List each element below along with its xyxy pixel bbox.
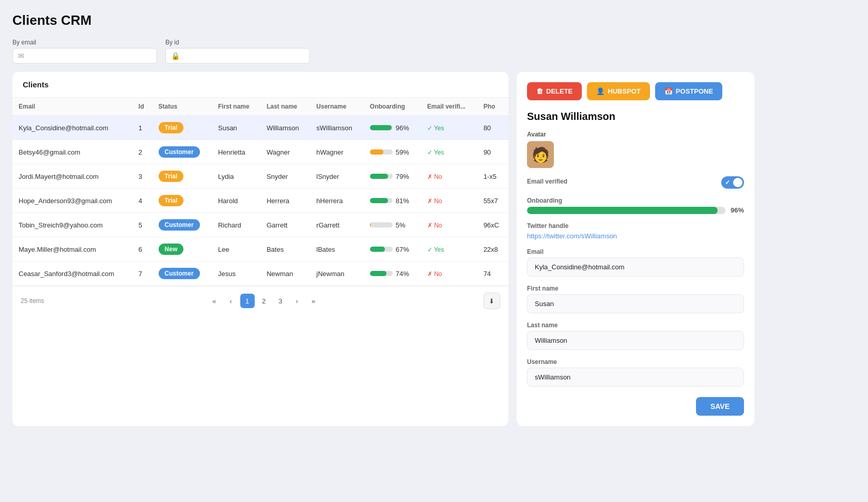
cell-first-name: Lydia: [212, 164, 260, 189]
table-row[interactable]: Ceasar_Sanford3@hotmail.com 7 Customer J…: [12, 262, 508, 286]
postpone-button[interactable]: 📅 POSTPONE: [655, 82, 722, 100]
cell-id: 6: [132, 237, 152, 262]
cell-onboarding: 81%: [364, 189, 421, 213]
download-button[interactable]: ⬇: [484, 293, 500, 309]
cell-first-name: Jesus: [212, 262, 260, 286]
pagination-last[interactable]: »: [306, 294, 321, 308]
first-name-section: First name Susan: [527, 285, 744, 313]
cell-id: 1: [132, 116, 152, 140]
cell-onboarding: 59%: [364, 140, 421, 164]
email-verified-yes: ✓ Yes: [427, 149, 444, 156]
cell-first-name: Henrietta: [212, 140, 260, 164]
table-header-row: Email Id Status First name Last name Use…: [12, 98, 508, 116]
clients-table: Email Id Status First name Last name Use…: [12, 98, 508, 286]
email-verified-toggle[interactable]: ✓: [721, 176, 744, 189]
email-filter-input[interactable]: [28, 52, 151, 60]
cell-id: 2: [132, 140, 152, 164]
cell-email-verified: ✗ No: [421, 189, 477, 213]
col-first-name: First name: [212, 98, 260, 116]
col-phone: Pho: [477, 98, 508, 116]
cell-username: hWagner: [310, 140, 364, 164]
detail-panel: 🗑 DELETE 👤 HUBSPOT 📅 POSTPONE Susan Will…: [517, 72, 754, 426]
cell-username: hHerrera: [310, 189, 364, 213]
cell-phone: 55x7: [477, 189, 508, 213]
cell-email: Betsy46@gmail.com: [12, 140, 132, 164]
postpone-label: POSTPONE: [676, 87, 713, 95]
email-filter-input-wrap: ✉: [12, 48, 157, 64]
table-row[interactable]: Betsy46@gmail.com 2 Customer Henrietta W…: [12, 140, 508, 164]
id-filter-label: By id: [165, 39, 310, 46]
cell-first-name: Lee: [212, 237, 260, 262]
table-row[interactable]: Jordi.Mayert@hotmail.com 3 Trial Lydia S…: [12, 164, 508, 189]
onboarding-pct: 96%: [731, 206, 744, 214]
cell-email: Kyla_Considine@hotmail.com: [12, 116, 132, 140]
email-section: Email Kyla_Considine@hotmail.com: [527, 248, 744, 277]
id-filter-input[interactable]: [184, 52, 304, 60]
avatar: 🧑: [527, 141, 554, 168]
hubspot-icon: 👤: [596, 87, 605, 95]
col-email: Email: [12, 98, 132, 116]
table-row[interactable]: Maye.Miller@hotmail.com 6 New Lee Bates …: [12, 237, 508, 262]
save-row: SAVE: [527, 397, 744, 416]
table-row[interactable]: Tobin_Streich9@yahoo.com 5 Customer Rich…: [12, 213, 508, 237]
cell-email-verified: ✗ No: [421, 213, 477, 237]
table-row[interactable]: Kyla_Considine@hotmail.com 1 Trial Susan…: [12, 116, 508, 140]
page-title: Clients CRM: [12, 12, 856, 28]
email-verified-no: ✗ No: [427, 197, 442, 205]
pagination-next[interactable]: ›: [290, 294, 304, 308]
cell-status: Trial: [152, 189, 212, 213]
cell-last-name: Herrera: [260, 189, 310, 213]
email-verified-section: Email verified ✓: [527, 176, 744, 189]
pagination-page-1[interactable]: 1: [240, 294, 255, 308]
twitter-handle-label: Twitter handle: [527, 222, 744, 230]
email-icon: ✉: [18, 52, 24, 60]
pagination-controls: « ‹ 1 2 3 › »: [207, 294, 321, 308]
detail-actions: 🗑 DELETE 👤 HUBSPOT 📅 POSTPONE: [527, 82, 744, 100]
pagination-prev[interactable]: ‹: [224, 294, 238, 308]
delete-button[interactable]: 🗑 DELETE: [527, 82, 582, 100]
cell-email: Jordi.Mayert@hotmail.com: [12, 164, 132, 189]
username-label: Username: [527, 358, 744, 366]
cell-username: lBates: [310, 237, 364, 262]
cell-status: New: [152, 237, 212, 262]
avatar-image: 🧑: [532, 146, 550, 163]
main-layout: Clients Email Id Status First name Last …: [12, 72, 856, 426]
items-count: 25 items: [21, 297, 44, 305]
pagination-page-2[interactable]: 2: [257, 294, 271, 308]
cell-username: lSnyder: [310, 164, 364, 189]
hubspot-button[interactable]: 👤 HUBSPOT: [587, 82, 650, 100]
email-verified-yes: ✓ Yes: [427, 125, 444, 132]
table-row[interactable]: Hope_Anderson93@gmail.com 4 Trial Harold…: [12, 189, 508, 213]
username-section: Username sWilliamson: [527, 358, 744, 387]
cell-email-verified: ✗ No: [421, 164, 477, 189]
pagination-first[interactable]: «: [207, 294, 222, 308]
toggle-check-icon: ✓: [725, 179, 730, 186]
twitter-section: Twitter handle https://twitter.com/sWill…: [527, 222, 744, 240]
avatar-section: Avatar 🧑: [527, 131, 744, 168]
twitter-link[interactable]: https://twitter.com/sWilliamson: [527, 232, 617, 240]
cell-id: 4: [132, 189, 152, 213]
cell-id: 3: [132, 164, 152, 189]
pagination-bar: 25 items « ‹ 1 2 3 › » ⬇: [12, 286, 508, 315]
table-section-title: Clients: [12, 72, 508, 98]
delete-label: DELETE: [546, 87, 572, 95]
onboarding-bar-row: 96%: [527, 206, 744, 214]
last-name-label: Last name: [527, 322, 744, 329]
cell-phone: 80: [477, 116, 508, 140]
cell-first-name: Harold: [212, 189, 260, 213]
pagination-page-3[interactable]: 3: [273, 294, 288, 308]
cell-email: Maye.Miller@hotmail.com: [12, 237, 132, 262]
email-field-value: Kyla_Considine@hotmail.com: [527, 257, 744, 277]
last-name-section: Last name Williamson: [527, 322, 744, 350]
save-button[interactable]: SAVE: [696, 397, 744, 416]
cell-phone: 96xC: [477, 213, 508, 237]
cell-email-verified: ✓ Yes: [421, 237, 477, 262]
cell-last-name: Wagner: [260, 140, 310, 164]
cell-onboarding: 74%: [364, 262, 421, 286]
cell-first-name: Susan: [212, 116, 260, 140]
trash-icon: 🗑: [536, 87, 543, 95]
cell-status: Trial: [152, 116, 212, 140]
email-verified-row: Email verified ✓: [527, 176, 744, 189]
cell-id: 5: [132, 213, 152, 237]
onboarding-section: Onboarding 96%: [527, 197, 744, 214]
